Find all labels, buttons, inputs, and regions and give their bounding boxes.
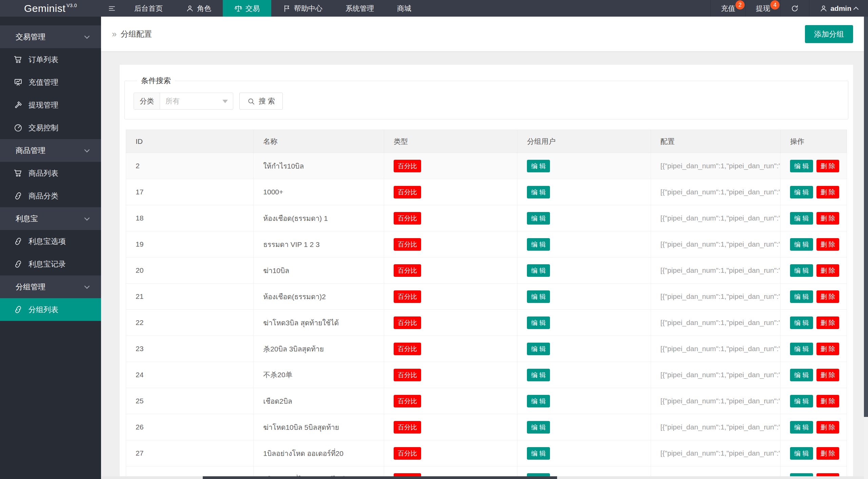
column-header: 名称	[254, 130, 384, 153]
delete-button[interactable]: 删 除	[816, 264, 839, 277]
cell-type: 百分比	[384, 362, 517, 388]
sidebar-item[interactable]: 商品列表	[0, 162, 101, 185]
vertical-scrollbar	[864, 17, 868, 479]
group-user-edit-button[interactable]: 编 辑	[527, 369, 550, 381]
vertical-scrollbar-thumb[interactable]	[864, 17, 868, 417]
add-group-button[interactable]: 添加分组	[805, 25, 853, 43]
cell-config: [{"pipei_dan_num":1,"pipei_dan_run":"...	[651, 336, 781, 362]
user-menu[interactable]: admin	[809, 0, 868, 17]
cell-type: 百分比	[384, 179, 517, 205]
edit-button[interactable]: 编 辑	[790, 421, 813, 434]
top-nav-item-4[interactable]: 帮助中心	[271, 0, 334, 17]
top-nav-item-2[interactable]: 角色	[174, 0, 223, 17]
delete-button[interactable]: 删 除	[816, 290, 839, 303]
delete-button[interactable]: 删 除	[816, 421, 839, 434]
group-user-edit-button[interactable]: 编 辑	[527, 343, 550, 355]
sidebar-group-header-4[interactable]: 分组管理	[0, 275, 101, 298]
refresh-icon[interactable]	[780, 0, 809, 17]
group-user-edit-button[interactable]: 编 辑	[527, 473, 550, 477]
top-nav-item-5[interactable]: 系统管理	[334, 0, 386, 17]
delete-button[interactable]: 删 除	[816, 395, 839, 407]
sidebar-item[interactable]: 交易控制	[0, 116, 101, 139]
config-json: [{"pipei_dan_num":1,"pipei_dan_run":"...	[660, 345, 781, 352]
delete-button[interactable]: 删 除	[816, 343, 839, 355]
withdraw-link[interactable]: 提现 4	[745, 0, 780, 17]
group-user-edit-button[interactable]: 编 辑	[527, 264, 550, 277]
group-user-edit-button[interactable]: 编 辑	[527, 395, 550, 407]
group-user-edit-button[interactable]: 编 辑	[527, 212, 550, 225]
cell-name: เชือด100 ที่ไม่ยอมต่อวีไอพี2	[254, 466, 384, 477]
group-user-edit-button[interactable]: 编 辑	[527, 290, 550, 303]
sidebar-item[interactable]: 利息宝记录	[0, 253, 101, 275]
column-header: 配置	[651, 130, 781, 153]
edit-button[interactable]: 编 辑	[790, 212, 813, 225]
cell-type: 百分比	[384, 205, 517, 231]
sidebar-item[interactable]: 分组列表	[0, 298, 101, 321]
sidebar-group-header-2[interactable]: 商品管理	[0, 139, 101, 162]
top-nav-item-1[interactable]: 后台首页	[123, 0, 174, 17]
top-nav-item-label: 商城	[397, 4, 411, 13]
delete-button[interactable]: 删 除	[816, 369, 839, 381]
edit-button[interactable]: 编 辑	[790, 473, 813, 477]
sidebar-item[interactable]: 充值管理	[0, 71, 101, 94]
table-row: 20ฆ่า10บิล百分比编 辑[{"pipei_dan_num":1,"pip…	[126, 257, 847, 284]
group-user-edit-button[interactable]: 编 辑	[527, 447, 550, 460]
cell-config: [{"pipei_dan_num":1,"pipei_dan_run":"...	[651, 153, 781, 179]
delete-button[interactable]: 删 除	[816, 186, 839, 198]
sidebar-group-header-3[interactable]: 利息宝	[0, 207, 101, 230]
person-icon	[820, 4, 828, 13]
sidebar-item[interactable]: 商品分类	[0, 185, 101, 207]
page-title: 分组配置	[121, 29, 152, 39]
cell-actions: 编 辑删 除	[781, 362, 847, 388]
cell-group-user: 编 辑	[517, 179, 651, 205]
sidebar-item-label: 商品分类	[28, 191, 58, 201]
edit-button[interactable]: 编 辑	[790, 160, 813, 172]
chevron-down-icon	[84, 284, 90, 289]
edit-button[interactable]: 编 辑	[790, 317, 813, 329]
search-button[interactable]: 搜 索	[239, 93, 283, 110]
breadcrumb: » 分组配置	[112, 17, 152, 51]
edit-button[interactable]: 编 辑	[790, 264, 813, 277]
cell-actions: 编 辑删 除	[781, 440, 847, 466]
edit-button[interactable]: 编 辑	[790, 186, 813, 198]
sidebar-item[interactable]: 订单列表	[0, 48, 101, 71]
config-json: [{"pipei_dan_num":1,"pipei_dan_run":"...	[660, 162, 781, 170]
search-button-label: 搜 索	[259, 96, 275, 106]
group-user-edit-button[interactable]: 编 辑	[527, 160, 550, 172]
delete-button[interactable]: 删 除	[816, 317, 839, 329]
cell-name: ห้องเชือด(ธรรมดา) 1	[254, 205, 384, 231]
group-user-edit-button[interactable]: 编 辑	[527, 421, 550, 434]
delete-button[interactable]: 删 除	[816, 238, 839, 251]
cell-type: 百分比	[384, 153, 517, 179]
sidebar-item[interactable]: 利息宝选项	[0, 230, 101, 253]
delete-button[interactable]: 删 除	[816, 160, 839, 172]
group-user-edit-button[interactable]: 编 辑	[527, 186, 550, 198]
top-nav-item-3[interactable]: 交易	[223, 0, 271, 17]
group-user-edit-button[interactable]: 编 辑	[527, 317, 550, 329]
recharge-link[interactable]: 充值 2	[710, 0, 745, 17]
delete-button[interactable]: 删 除	[816, 212, 839, 225]
top-nav-item-label: 系统管理	[346, 4, 374, 13]
edit-button[interactable]: 编 辑	[790, 238, 813, 251]
menu-collapse-icon[interactable]	[101, 0, 123, 17]
delete-button[interactable]: 删 除	[816, 473, 839, 477]
cell-group-user: 编 辑	[517, 310, 651, 336]
horizontal-scrollbar-thumb[interactable]	[203, 476, 557, 479]
category-select[interactable]: 所有	[160, 93, 233, 109]
sidebar-item[interactable]: 提现管理	[0, 94, 101, 116]
edit-button[interactable]: 编 辑	[790, 395, 813, 407]
type-badge: 百分比	[394, 160, 421, 172]
edit-button[interactable]: 编 辑	[790, 290, 813, 303]
top-nav-item-label: 交易	[245, 4, 260, 13]
top-nav-item-6[interactable]: 商城	[386, 0, 423, 17]
cell-group-user: 编 辑	[517, 284, 651, 310]
group-user-edit-button[interactable]: 编 辑	[527, 238, 550, 251]
table-row: 26ฆ่าโหด10บิล 5บิลสุดท้าย百分比编 辑[{"pipei_…	[126, 414, 847, 440]
sidebar-group-header-1[interactable]: 交易管理	[0, 25, 101, 48]
edit-button[interactable]: 编 辑	[790, 343, 813, 355]
table-row: 28เชือด100 ที่ไม่ยอมต่อวีไอพี2百分比编 辑[{"p…	[126, 466, 847, 477]
search-fieldset: 条件搜索 分类 所有 搜 索	[124, 76, 848, 119]
delete-button[interactable]: 删 除	[816, 447, 839, 460]
edit-button[interactable]: 编 辑	[790, 369, 813, 381]
edit-button[interactable]: 编 辑	[790, 447, 813, 460]
